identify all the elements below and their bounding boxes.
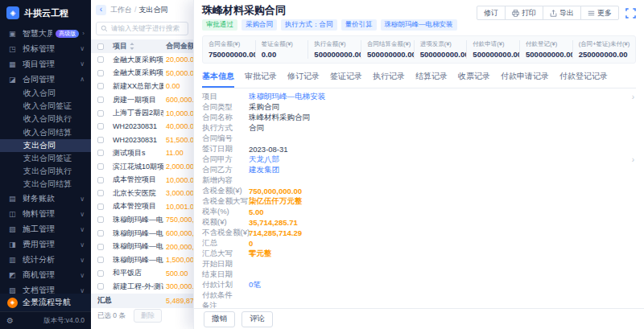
list-item[interactable]: 金融大厦采购项目50,000.00	[91, 67, 193, 80]
construction-icon: ▧	[9, 225, 18, 233]
search-placeholder: 请输入关键字进行搜索	[111, 24, 180, 34]
list-item[interactable]: 房建一期项目600,000.00	[91, 93, 193, 107]
row-checkbox[interactable]	[97, 204, 104, 210]
list-item[interactable]: 珠穆朗玛峰—电梯...600,000,000.00	[91, 227, 193, 241]
row-checkbox[interactable]	[97, 97, 104, 103]
sidebar-item-finance[interactable]: ▤ 财务账款 ∨	[0, 191, 91, 207]
list-item[interactable]: 珠穆朗玛峰—电梯...200,000,000.00	[91, 240, 193, 253]
row-checkbox[interactable]	[97, 230, 104, 236]
tab-settlement-records[interactable]: 结算记录	[415, 68, 448, 88]
list-item[interactable]: 成本管控项目10,001.00	[91, 200, 193, 214]
row-checkbox[interactable]	[97, 123, 104, 130]
sidebar-item-materials[interactable]: ◫ 物料管理 ∨	[0, 207, 91, 222]
row-checkbox[interactable]	[97, 216, 104, 223]
list-item[interactable]: 金融大厦采购项目20,000.00	[91, 53, 193, 67]
sidebar-item-contracts[interactable]: ◪ 合同管理 ∧	[0, 72, 91, 87]
list-item[interactable]: 新建工程-外-测试300,000.00	[91, 280, 193, 294]
list-item[interactable]: 北京长安医院3,000.00	[91, 187, 193, 200]
sidebar-item-income-execution[interactable]: 收入合同执行	[0, 113, 91, 125]
list-item[interactable]: WH2023083140,000.00	[91, 120, 193, 134]
chevron-down-icon: ∨	[80, 45, 85, 52]
project-name: 珠穆朗玛峰—电梯...	[113, 215, 163, 225]
back-button[interactable]: ‹	[96, 5, 106, 15]
sidebar-item-expense-execution[interactable]: 支出合同执行	[0, 165, 91, 178]
fullscreen-icon[interactable]	[625, 8, 636, 19]
list-item[interactable]: 新建XX总部大厦工...0.00	[91, 80, 193, 93]
project-icon: ▦	[9, 60, 18, 68]
row-checkbox[interactable]	[97, 137, 104, 143]
row-checkbox[interactable]	[97, 163, 104, 170]
tab-basic-info[interactable]: 基本信息	[202, 68, 234, 88]
party-b-link[interactable]: 建发集团	[249, 165, 279, 175]
sort-icon[interactable]	[130, 43, 134, 50]
chevron-down-icon: ∨	[80, 241, 85, 249]
sidebar-item-process-navigator[interactable]: ◈ 全景流程导航	[0, 294, 91, 311]
list-item[interactable]: WH2023083151,500.00	[91, 134, 193, 147]
sidebar-item-construction[interactable]: ▧ 施工管理 ∨	[0, 222, 91, 237]
sidebar-item-opportunities[interactable]: ◩ 商机管理 ∨	[0, 268, 91, 283]
sidebar-item-bidding[interactable]: ◳ 投标管理 ∨	[0, 41, 91, 56]
list-item[interactable]: 珠穆朗玛峰—电梯...750,000,000.00	[91, 213, 193, 227]
row-checkbox[interactable]	[97, 56, 104, 63]
chevron-down-icon: ∨	[80, 195, 85, 203]
printer-icon	[512, 10, 519, 17]
gear-icon[interactable]: ⚙	[6, 316, 14, 325]
row-checkbox[interactable]	[97, 70, 104, 76]
list-item[interactable]: 滨江花城10期项目-...2,000.00	[91, 160, 193, 174]
chevron-right-icon[interactable]: ›	[632, 93, 634, 101]
sidebar-item-documents[interactable]: ▨ 文档管理 ∨	[0, 283, 91, 294]
tab-visa-records[interactable]: 签证记录	[330, 68, 362, 88]
sidebar-item-expense-settlement[interactable]: 支出合同结算	[0, 178, 91, 191]
row-checkbox[interactable]	[97, 150, 104, 156]
project-link[interactable]: 珠穆朗玛峰—电梯安装	[249, 92, 325, 102]
tab-execution-records[interactable]: 执行记录	[373, 68, 405, 88]
sidebar-item-smart-screen[interactable]: ▣ 智慧大屏 高级版 ›	[0, 26, 91, 41]
list-item[interactable]: 上海丁香园2期改造...10,000.00	[91, 106, 193, 120]
revise-button[interactable]: 修订	[477, 6, 506, 20]
contract-amount: 51,500.00	[166, 136, 193, 144]
tab-invoice-records[interactable]: 收票记录	[458, 68, 490, 88]
sidebar-item-income-contract[interactable]: 收入合同	[0, 87, 91, 100]
row-checkbox[interactable]	[97, 244, 104, 250]
list-item[interactable]: 成本管控项目10,000.00	[91, 173, 193, 187]
breadcrumb-parent[interactable]: 工作台	[110, 5, 132, 15]
row-checkbox[interactable]	[97, 177, 104, 183]
project-name: 测试项目s	[113, 148, 163, 158]
tab-payment-request-records[interactable]: 付款申请记录	[501, 68, 549, 88]
chevron-up-icon: ∧	[80, 76, 85, 83]
contract-amount: 20,000.00	[166, 56, 193, 64]
sidebar-item-expense-visa[interactable]: 支出合同签证	[0, 152, 91, 165]
sidebar-item-expense-contract[interactable]: 支出合同	[0, 139, 91, 152]
sidebar-item-analytics[interactable]: ▥ 统计分析 ∨	[0, 253, 91, 268]
list-item[interactable]: 测试项目s11.00	[91, 146, 193, 160]
comment-button[interactable]: 评论	[242, 311, 273, 327]
chevron-right-icon[interactable]: ›	[632, 155, 634, 164]
select-all-checkbox[interactable]	[97, 43, 104, 50]
sidebar-item-income-visa[interactable]: 收入合同签证	[0, 100, 91, 113]
chevron-down-icon: ∨	[80, 272, 85, 279]
tab-payment-register-records[interactable]: 付款登记记录	[559, 68, 608, 88]
sidebar-item-income-settlement[interactable]: 收入合同结算	[0, 126, 91, 139]
more-button[interactable]: 更多	[580, 6, 619, 20]
row-checkbox[interactable]	[97, 83, 104, 89]
print-button[interactable]: 打印	[505, 6, 543, 20]
party-a-link[interactable]: 天龙八部	[249, 154, 279, 165]
tab-revision-records[interactable]: 修订记录	[287, 68, 320, 88]
delete-button[interactable]: 删除	[134, 309, 162, 323]
row-checkbox[interactable]	[97, 257, 104, 263]
sidebar-item-projects[interactable]: ▦ 项目管理 ∨	[0, 56, 91, 72]
export-button[interactable]: 导出	[543, 6, 581, 20]
list-item[interactable]: 珠穆朗玛峰—电梯...1,500,000,000.00	[91, 253, 193, 267]
row-checkbox[interactable]	[97, 270, 104, 277]
row-checkbox[interactable]	[97, 110, 104, 117]
row-checkbox[interactable]	[97, 283, 104, 290]
list-item[interactable]: 和平饭店500.00	[91, 267, 193, 281]
revoke-button[interactable]: 撤销	[204, 311, 235, 327]
row-checkbox[interactable]	[97, 190, 104, 196]
sidebar-item-expenses[interactable]: ◨ 费用管理 ∨	[0, 237, 91, 253]
search-input[interactable]: 请输入关键字进行搜索	[96, 22, 188, 35]
contract-list-panel: ‹ 工作台 / 支出合同 请输入关键字进行搜索 项目 合同金额 金融大厦采购项目…	[91, 0, 193, 329]
tab-approval-records[interactable]: 审批记录	[245, 68, 277, 88]
payment-plan-link[interactable]: 0笔	[249, 280, 261, 290]
app-logo[interactable]: ◈ 斗拱云工程	[0, 0, 91, 26]
